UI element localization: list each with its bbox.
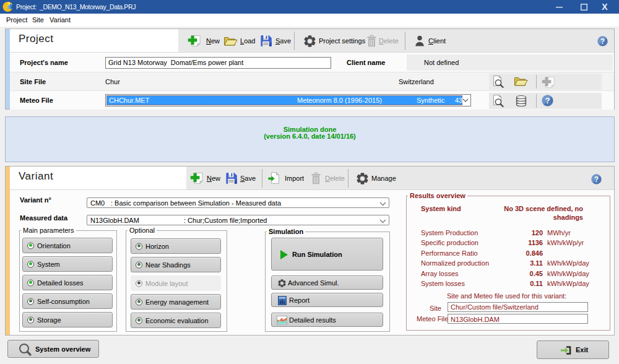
svg-text:?: ?: [600, 37, 605, 46]
svg-text:?: ?: [594, 175, 599, 184]
svg-text:?: ?: [545, 96, 550, 105]
